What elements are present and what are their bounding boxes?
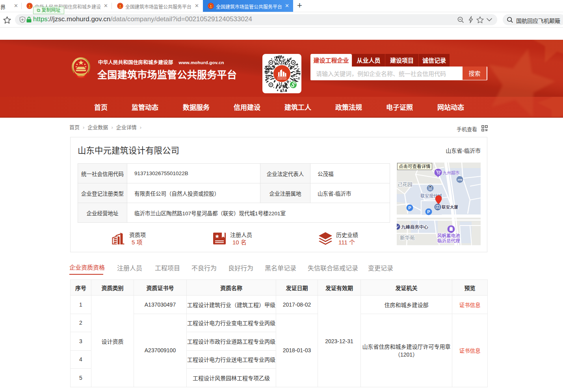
svg-text:风帆蓄电池: 风帆蓄电池: [437, 233, 460, 238]
svg-text:ATM: ATM: [457, 179, 462, 181]
svg-text:己花园: 己花园: [398, 181, 412, 187]
svg-text:全国建筑市场监管: 全国建筑市场监管: [277, 78, 286, 80]
svg-text:九峰商务中心: 九峰商务中心: [401, 224, 428, 229]
svg-text:联安大厦: 联安大厦: [442, 205, 458, 209]
svg-text:P: P: [427, 209, 430, 214]
svg-text:新华苑: 新华苑: [400, 235, 415, 241]
svg-text:临沂总代理: 临沂总代理: [437, 238, 460, 243]
svg-text:P: P: [408, 205, 411, 210]
svg-text:九州超市: 九州超市: [443, 170, 459, 175]
